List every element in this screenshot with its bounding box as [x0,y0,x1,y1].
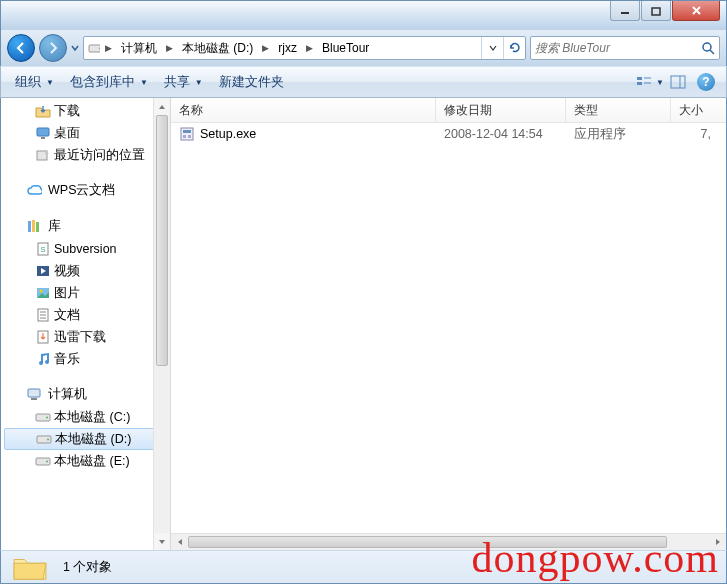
scroll-thumb[interactable] [156,115,168,366]
drive-icon [84,40,100,56]
sidebar-item-label: Subversion [54,242,117,256]
library-item-icon [35,307,51,323]
help-button[interactable]: ? [692,69,720,95]
address-bar[interactable]: ▶ 计算机 ▶ 本地磁盘 (D:) ▶ rjxz ▶ BlueTour [83,36,526,60]
svg-rect-31 [28,389,40,397]
sidebar-item-library[interactable]: 图片 [1,282,170,304]
exe-icon [179,126,195,142]
organize-label: 组织 [15,74,41,91]
navigation-pane: 下载 桌面 最近访问的位置 WPS云文档 库 SSubversion视频图片文档… [1,98,171,550]
chevron-down-icon: ▼ [44,78,54,87]
svg-rect-39 [181,128,193,140]
chevron-right-icon[interactable]: ▶ [301,43,316,53]
sidebar-scrollbar[interactable] [153,98,170,550]
column-header-name[interactable]: 名称 [171,98,436,122]
scroll-right-button[interactable] [709,534,726,550]
sidebar-group-computer[interactable]: 计算机 [1,382,170,406]
svg-point-36 [47,439,49,441]
sidebar-item-recent[interactable]: 最近访问的位置 [1,144,170,166]
organize-menu[interactable]: 组织 ▼ [7,69,62,95]
view-icon [636,75,652,89]
sidebar-item-library[interactable]: 音乐 [1,348,170,370]
close-icon [691,5,702,16]
file-name: Setup.exe [200,127,256,141]
file-type-cell: 应用程序 [566,126,671,143]
horizontal-scrollbar[interactable] [171,533,726,550]
new-folder-button[interactable]: 新建文件夹 [211,69,292,95]
svg-rect-41 [183,135,186,138]
breadcrumb-segment[interactable]: 本地磁盘 (D:) [176,37,257,59]
file-size-cell: 7, [671,127,715,141]
sidebar-item-label: 本地磁盘 (C:) [54,409,130,426]
refresh-button[interactable] [503,37,525,59]
chevron-down-icon: ▼ [138,78,148,87]
sidebar-item-library[interactable]: 视频 [1,260,170,282]
scroll-track[interactable] [188,534,709,550]
main-split: 下载 桌面 最近访问的位置 WPS云文档 库 SSubversion视频图片文档… [0,98,727,550]
svg-rect-15 [41,137,45,139]
scroll-down-button[interactable] [154,533,170,550]
include-label: 包含到库中 [70,74,135,91]
scroll-left-button[interactable] [171,534,188,550]
recent-places-icon [35,147,51,163]
chevron-right-icon[interactable]: ▶ [161,43,176,53]
share-menu[interactable]: 共享 ▼ [156,69,211,95]
svg-rect-18 [32,220,35,232]
sidebar-item-library[interactable]: 迅雷下载 [1,326,170,348]
breadcrumb-segment[interactable]: rjxz [272,37,301,59]
svg-point-25 [40,290,43,293]
breadcrumb-segment[interactable]: BlueTour [316,37,373,59]
column-header-type[interactable]: 类型 [566,98,671,122]
chevron-right-icon[interactable]: ▶ [100,43,115,53]
svg-rect-32 [31,398,37,400]
history-dropdown-icon[interactable] [71,41,79,55]
download-folder-icon [35,103,51,119]
sidebar-item-drive[interactable]: 本地磁盘 (D:) [4,428,167,450]
command-toolbar: 组织 ▼ 包含到库中 ▼ 共享 ▼ 新建文件夹 ▼ ? [0,66,727,98]
chevron-right-icon[interactable]: ▶ [257,43,272,53]
scroll-thumb[interactable] [188,536,667,548]
search-input[interactable] [535,41,697,55]
sidebar-group-libraries[interactable]: 库 [1,214,170,238]
back-button[interactable] [7,34,35,62]
svg-rect-8 [637,77,642,80]
close-button[interactable] [672,1,720,21]
arrow-right-icon [46,41,60,55]
refresh-icon [508,41,522,55]
minimize-button[interactable] [610,1,640,21]
sidebar-item-library[interactable]: 文档 [1,304,170,326]
scroll-track[interactable] [154,115,170,533]
libraries-icon [26,218,42,234]
file-row[interactable]: Setup.exe 2008-12-04 14:54 应用程序 7, [171,123,726,145]
preview-pane-button[interactable] [664,69,692,95]
forward-button[interactable] [39,34,67,62]
chevron-down-icon: ▼ [654,78,664,87]
svg-rect-19 [36,222,39,232]
scroll-up-button[interactable] [154,98,170,115]
sidebar-item-library[interactable]: SSubversion [1,238,170,260]
sidebar-item-label: 视频 [54,263,80,280]
chevron-down-icon: ▼ [193,78,203,87]
sidebar-item-desktop[interactable]: 桌面 [1,122,170,144]
sidebar-item-drive[interactable]: 本地磁盘 (C:) [1,406,170,428]
svg-point-34 [46,417,48,419]
sidebar-item-downloads[interactable]: 下载 [1,100,170,122]
sidebar-group-label: 库 [48,218,61,235]
sidebar-item-wps[interactable]: WPS云文档 [1,178,170,202]
share-label: 共享 [164,74,190,91]
sidebar-item-label: 桌面 [54,125,80,142]
library-item-icon [35,351,51,367]
maximize-button[interactable] [641,1,671,21]
breadcrumb-segment[interactable]: 计算机 [115,37,161,59]
view-options-button[interactable]: ▼ [636,69,664,95]
column-header-size[interactable]: 大小 [671,98,715,122]
address-dropdown-button[interactable] [481,37,503,59]
search-box[interactable] [530,36,720,60]
drive-icon [35,409,51,425]
column-header-date[interactable]: 修改日期 [436,98,566,122]
details-pane: 1 个对象 [0,550,727,584]
include-in-library-menu[interactable]: 包含到库中 ▼ [62,69,156,95]
svg-rect-14 [37,128,49,136]
library-item-icon [35,263,51,279]
sidebar-item-drive[interactable]: 本地磁盘 (E:) [1,450,170,472]
